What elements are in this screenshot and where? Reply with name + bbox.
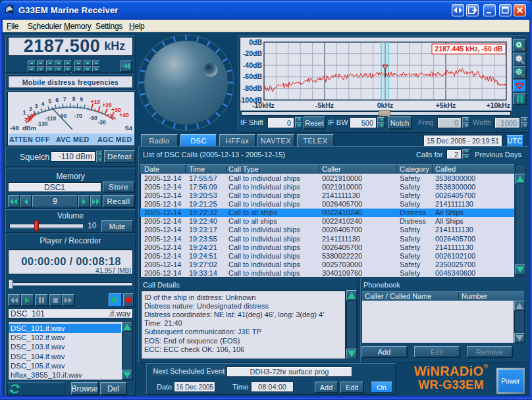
svg-text:5: 5 <box>48 98 51 105</box>
svg-text:9: 9 <box>80 96 83 103</box>
svg-text:+5kHz: +5kHz <box>436 101 456 109</box>
svg-text:-98 dBm: -98 dBm <box>10 124 36 132</box>
svg-text:0dB: 0dB <box>249 38 262 46</box>
svg-text:S4: S4 <box>124 124 132 132</box>
svg-text:3: 3 <box>35 103 38 109</box>
svg-text:-60dB: -60dB <box>243 72 263 80</box>
svg-text:+10kHz: +10kHz <box>487 101 510 109</box>
svg-text:8: 8 <box>72 95 76 102</box>
svg-text:-50: -50 <box>89 114 97 121</box>
svg-text:-80dB: -80dB <box>243 84 263 92</box>
svg-text:R: R <box>516 68 520 75</box>
svg-text:+20: +20 <box>102 102 112 109</box>
svg-text:1: 1 <box>23 109 26 116</box>
svg-text:-70: -70 <box>74 113 82 119</box>
svg-text:-30: -30 <box>97 119 106 126</box>
svg-text:-40dB: -40dB <box>243 61 263 69</box>
svg-text:2: 2 <box>29 106 32 113</box>
svg-text:+40: +40 <box>119 112 129 118</box>
svg-text:AVC MED: AVC MED <box>56 136 89 143</box>
svg-text:4: 4 <box>41 101 45 107</box>
svg-text:AGC MED: AGC MED <box>97 136 132 143</box>
svg-text:ATTEN OFF: ATTEN OFF <box>9 136 50 143</box>
svg-text:7: 7 <box>63 96 66 103</box>
svg-text:-20dB: -20dB <box>243 49 263 57</box>
svg-text:0kHz: 0kHz <box>377 101 394 109</box>
svg-text:-10kHz: -10kHz <box>252 101 275 109</box>
svg-text:+10: +10 <box>91 99 101 105</box>
svg-text:-110: -110 <box>45 115 57 122</box>
svg-text:2187.445 kHz, -50 dB: 2187.445 kHz, -50 dB <box>435 45 503 53</box>
svg-text:6: 6 <box>55 97 59 103</box>
svg-text:-5kHz: -5kHz <box>315 101 334 109</box>
